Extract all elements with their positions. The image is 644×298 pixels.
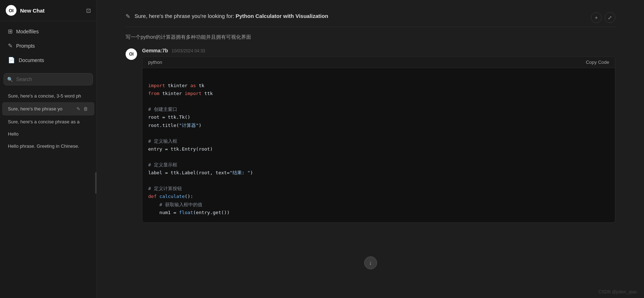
sidebar-logo-row: OI New Chat <box>6 5 44 16</box>
message-row: OI Gemma:7b 10/03/2024 04:33 python Copy… <box>126 48 615 223</box>
sidebar-item-modelfiles[interactable]: ⊞ Modelfiles <box>2 24 94 38</box>
sidebar-header: OI New Chat ⊡ <box>0 0 97 21</box>
sidebar-item-documents[interactable]: 📄 Documents <box>2 53 94 67</box>
chat-list-item[interactable]: Hello <box>2 128 94 140</box>
add-button[interactable]: + <box>591 12 602 23</box>
new-chat-icon[interactable]: ⊡ <box>86 7 91 14</box>
sidebar-nav: ⊞ Modelfiles ✎ Prompts 📄 Documents <box>0 21 97 70</box>
sidebar-item-prompts[interactable]: ✎ Prompts <box>2 39 94 53</box>
message-content: Gemma:7b 10/03/2024 04:33 python Copy Co… <box>142 48 615 223</box>
sidebar: OI New Chat ⊡ ⊞ Modelfiles ✎ Prompts 📄 D… <box>0 0 97 298</box>
scroll-bottom-button[interactable]: ↓ <box>364 256 377 269</box>
new-chat-label[interactable]: New Chat <box>20 8 44 14</box>
chat-list-item[interactable]: Sure, here's a concise phrase as a <box>2 116 94 128</box>
message-meta: Gemma:7b 10/03/2024 04:33 <box>142 48 615 53</box>
edit-chat-icon[interactable]: ✎ <box>76 105 81 112</box>
code-body: import tkinter as tk from tkinter import… <box>142 68 615 222</box>
pen-icon: ✎ <box>8 42 13 49</box>
share-button[interactable]: ⤢ <box>605 12 615 23</box>
watermark: CSDN @julien_qiao <box>598 289 637 294</box>
chat-list-item[interactable]: Hello phrase. Greeting in Chinese. <box>2 140 94 152</box>
avatar: OI <box>126 48 137 60</box>
logo-circle: OI <box>6 5 17 16</box>
code-lang: python <box>148 60 162 65</box>
copy-code-button[interactable]: Copy Code <box>586 60 609 65</box>
search-icon: 🔍 <box>7 77 13 82</box>
grid-icon: ⊞ <box>8 28 13 35</box>
prompt-title: Sure, here's the phrase you're looking f… <box>135 12 587 20</box>
document-icon: 📄 <box>8 57 15 63</box>
chat-list-wrapper: Sure, here's a concise, 3-5 word ph Sure… <box>0 88 97 298</box>
prompt-edit-icon[interactable]: ✎ <box>126 13 130 20</box>
chat-area: ✎ Sure, here's the phrase you're looking… <box>97 0 644 298</box>
main-content: ✎ Sure, here's the phrase you're looking… <box>97 0 644 298</box>
chat-item-actions: ✎ 🗑 <box>76 105 89 112</box>
search-input[interactable] <box>4 73 93 85</box>
prompt-header: ✎ Sure, here's the phrase you're looking… <box>126 7 615 27</box>
chat-list: Sure, here's a concise, 3-5 word ph Sure… <box>0 88 97 154</box>
sidebar-scrollbar <box>95 172 97 194</box>
code-header: python Copy Code <box>142 57 615 68</box>
message-model: Gemma:7b <box>142 48 168 53</box>
message-time: 10/03/2024 04:33 <box>171 48 205 53</box>
delete-chat-icon[interactable]: 🗑 <box>83 105 89 112</box>
sidebar-search: 🔍 <box>4 73 93 85</box>
code-block: python Copy Code import tkinter as tk fr… <box>142 56 615 223</box>
chat-list-item-active[interactable]: Sure, here's the phrase yo ✎ 🗑 <box>2 102 94 115</box>
prompt-subtitle: 写一个python的计算器拥有多种功能并且拥有可视化界面 <box>126 34 615 41</box>
chat-list-item[interactable]: Sure, here's a concise, 3-5 word ph <box>2 90 94 102</box>
prompt-actions: + ⤢ <box>591 12 615 23</box>
